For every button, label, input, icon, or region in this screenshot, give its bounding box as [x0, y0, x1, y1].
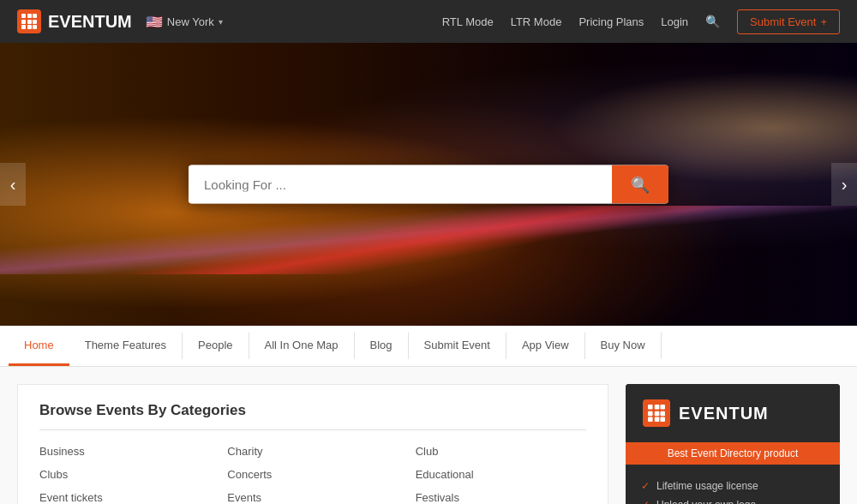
submit-event-button[interactable]: Submit Event + — [737, 9, 840, 34]
svg-rect-4 — [27, 20, 32, 24]
tab-divider — [661, 333, 662, 359]
sidebar: EVENTUM Best Event Directory product ✓Li… — [626, 384, 840, 504]
tab-submit-event[interactable]: Submit Event — [409, 326, 506, 366]
nav-login[interactable]: Login — [661, 15, 688, 28]
hero-prev-button[interactable]: ‹ — [0, 163, 26, 206]
check-icon: ✓ — [641, 499, 650, 504]
header: EVENTUM 🇺🇸 New York ▾ RTL Mode LTR Mode … — [0, 0, 857, 43]
feature-item: ✓Upload your own logo — [641, 495, 824, 504]
search-icon[interactable]: 🔍 — [705, 15, 720, 28]
svg-rect-1 — [27, 14, 32, 18]
svg-rect-16 — [655, 417, 660, 422]
tab-blog[interactable]: Blog — [355, 326, 408, 366]
feature-label: Upload your own logo — [656, 499, 756, 504]
flag-icon: 🇺🇸 — [146, 14, 163, 30]
hero-next-button[interactable]: › — [831, 163, 857, 206]
check-icon: ✓ — [641, 480, 650, 492]
svg-rect-6 — [21, 25, 26, 29]
tab-theme-features[interactable]: Theme Features — [69, 326, 182, 366]
header-nav: RTL Mode LTR Mode Pricing Plans Login 🔍 … — [442, 9, 840, 34]
category-item[interactable]: Events — [227, 489, 398, 504]
chevron-down-icon: ▾ — [219, 17, 223, 27]
svg-rect-10 — [655, 405, 660, 410]
eventum-card-logo-icon — [643, 399, 670, 427]
submit-event-plus: + — [820, 15, 827, 28]
categories-grid: BusinessCharityClubClubsConcertsEducatio… — [39, 442, 586, 504]
svg-rect-13 — [655, 411, 660, 417]
location-text: New York — [167, 15, 214, 28]
search-bar: 🔍 — [189, 165, 668, 204]
category-item[interactable]: Business — [39, 442, 210, 460]
category-item[interactable]: Charity — [227, 442, 398, 460]
search-button[interactable]: 🔍 — [612, 165, 668, 204]
tab-app-view[interactable]: App View — [506, 326, 584, 366]
tab-people[interactable]: People — [183, 326, 248, 366]
submit-event-label: Submit Event — [750, 15, 816, 28]
eventum-card-title: EVENTUM — [679, 404, 769, 423]
category-item[interactable]: Festivals — [416, 489, 586, 504]
feature-item: ✓Lifetime usage license — [641, 477, 824, 495]
search-button-icon: 🔍 — [631, 176, 650, 193]
logo[interactable]: EVENTUM — [17, 9, 132, 33]
hero-section: ‹ 🔍 › — [0, 43, 857, 326]
svg-rect-17 — [660, 417, 665, 422]
nav-ltr-mode[interactable]: LTR Mode — [511, 15, 562, 28]
svg-rect-3 — [21, 20, 26, 24]
eventum-card-header: EVENTUM — [626, 384, 840, 442]
svg-rect-9 — [648, 405, 653, 410]
hero-search-container: 🔍 — [189, 165, 668, 204]
tab-home[interactable]: Home — [9, 326, 69, 366]
arrow-left-icon: ‹ — [10, 175, 16, 195]
category-item[interactable]: Concerts — [227, 465, 398, 483]
page-nav-tabs: HomeTheme FeaturesPeopleAll In One MapBl… — [0, 326, 857, 367]
svg-rect-5 — [33, 20, 37, 24]
categories-section: Browse Events By Categories BusinessChar… — [17, 384, 608, 504]
main-content: Browse Events By Categories BusinessChar… — [0, 367, 857, 504]
svg-rect-2 — [33, 14, 37, 18]
svg-rect-0 — [21, 14, 26, 18]
svg-rect-8 — [33, 25, 37, 29]
nav-pricing-plans[interactable]: Pricing Plans — [578, 15, 644, 28]
category-item[interactable]: Club — [416, 442, 586, 460]
categories-title: Browse Events By Categories — [39, 402, 586, 430]
search-input[interactable] — [189, 165, 612, 204]
feature-label: Lifetime usage license — [656, 480, 758, 492]
svg-rect-15 — [648, 417, 653, 422]
eventum-promo-card: EVENTUM Best Event Directory product ✓Li… — [626, 384, 840, 504]
eventum-card-features: ✓Lifetime usage license✓Upload your own … — [626, 465, 840, 504]
hero-light-streaks — [0, 206, 857, 274]
nav-rtl-mode[interactable]: RTL Mode — [442, 15, 494, 28]
category-item[interactable]: Clubs — [39, 465, 210, 483]
location-selector[interactable]: 🇺🇸 New York ▾ — [146, 14, 223, 30]
logo-icon — [17, 9, 41, 33]
svg-rect-7 — [27, 25, 32, 29]
tab-buy-now[interactable]: Buy Now — [585, 326, 661, 366]
svg-rect-12 — [648, 411, 653, 417]
eventum-card-subtitle: Best Event Directory product — [626, 442, 840, 465]
header-left: EVENTUM 🇺🇸 New York ▾ — [17, 9, 223, 33]
svg-rect-11 — [660, 405, 665, 410]
tab-all-in-one-map[interactable]: All In One Map — [249, 326, 354, 366]
arrow-right-icon: › — [842, 175, 848, 195]
svg-rect-14 — [660, 411, 665, 417]
category-item[interactable]: Educational — [416, 465, 586, 483]
logo-text: EVENTUM — [48, 12, 132, 32]
category-item[interactable]: Event tickets — [39, 489, 210, 504]
